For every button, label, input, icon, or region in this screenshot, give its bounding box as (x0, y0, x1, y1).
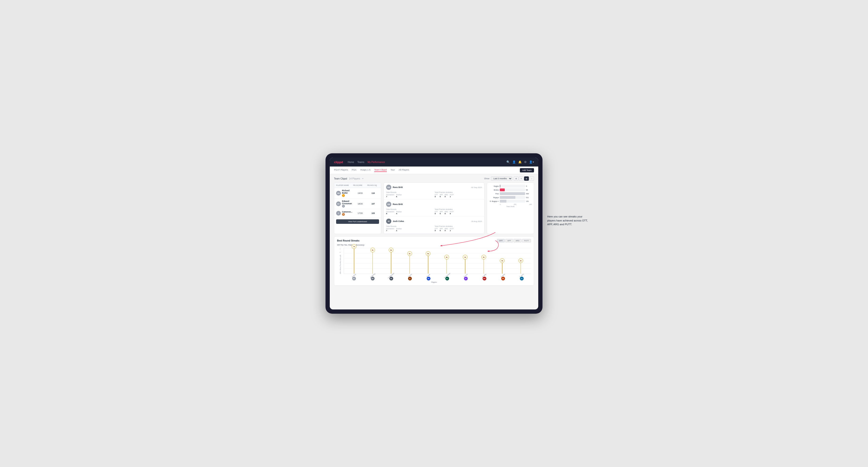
table-view-icon[interactable]: ↕ (529, 177, 534, 181)
app-label: APP (440, 194, 443, 195)
col-pb-avg: PB AVG SQ (367, 184, 379, 186)
streaks-title: Best Round Streaks (337, 239, 360, 242)
subnav-pgat[interactable]: PGAT Players (334, 168, 348, 172)
avatar-initials: RB (336, 191, 341, 195)
player-stats: Total Rounds Tournament 7 Practice (386, 191, 482, 198)
streak-bar-line (521, 263, 521, 274)
settings-icon[interactable]: ⚙ (524, 160, 527, 164)
streak-subtitle: Off The Tee, Fairway Accuracy (337, 244, 531, 246)
practice-values: OTT 0 APP 0 (435, 194, 482, 198)
show-label: Show (484, 177, 489, 180)
subnav-tour[interactable]: Tour (391, 168, 395, 172)
chart-inner: 7 6 5 4 3 2 1 0 (344, 248, 531, 281)
player-details: Cameron... 3 (342, 211, 352, 216)
streak-tab-app[interactable]: APP (505, 239, 513, 243)
avatar: C (336, 211, 341, 216)
streak-x-label-group: C. QuickCQ (512, 274, 531, 281)
grid-view-icon[interactable]: ⊞ (514, 177, 519, 181)
streak-tab-ott[interactable]: OTT (497, 239, 505, 243)
nav-home[interactable]: Home (348, 161, 354, 163)
streak-x-label-group: E. EbertEE (345, 274, 363, 281)
y-tick: 4 (340, 258, 340, 260)
player-name: Rees Britt (393, 186, 403, 188)
subnav-team-clippd[interactable]: Team Clippd (374, 168, 387, 172)
streak-column: 4x (474, 249, 493, 274)
bar-value: 131 (526, 200, 532, 202)
avatar: RB (336, 191, 341, 195)
practice-activities-stats: Total Practice Activities OTT 0 APP (435, 191, 482, 198)
avatar-initials: EC (336, 201, 341, 206)
add-team-button[interactable]: Add Team (520, 168, 534, 173)
subnav-pga[interactable]: PGA (352, 168, 356, 172)
nav-my-performance[interactable]: My Performance (368, 161, 385, 163)
arg-value: 0 (445, 195, 448, 198)
search-icon[interactable]: 🔍 (506, 160, 510, 164)
streak-x-label-group: B. McHergBM (363, 274, 382, 281)
round-date: 02 Sep 2023 (471, 186, 482, 188)
streak-bar-line (409, 256, 410, 274)
rounds-stats: Total Rounds Tournament 8 Practice (386, 208, 433, 215)
streaks-section: Best Round Streaks OTT APP ARG PUTT Off … (334, 236, 534, 286)
streak-columns: 7x6x6x5x5x4x4x4x3x3x (344, 248, 531, 274)
player-name: Josh Coles (393, 220, 404, 222)
tournament-value: 8 (386, 213, 394, 215)
annotation-container: Here you can see streaks your players ha… (547, 215, 590, 226)
bar-fill (500, 185, 500, 187)
streak-x-label-group: M. MillerMM (475, 274, 494, 281)
bar-chart-panel: Eagles 3 Birdies (487, 183, 534, 234)
bar-chart: Eagles 3 Birdies (489, 185, 532, 203)
player-card-header: JC Josh Coles 26 Aug 2023 (386, 219, 482, 224)
streak-dot: 6x (389, 248, 394, 252)
view-full-leaderboard-button[interactable]: View Full Leaderboard (336, 219, 379, 224)
rounds-values: Tournament 7 Practice 6 (386, 194, 433, 198)
bell-icon[interactable]: 🔔 (518, 160, 522, 164)
player-name: Cameron... (342, 211, 352, 213)
streak-tab-arg[interactable]: ARG (514, 239, 522, 243)
chart-row-bogeys: Bogeys 311 (489, 196, 532, 199)
bar-label: Pars (489, 193, 499, 195)
rank-badge: 3 (342, 213, 345, 216)
practice-label: Practice (396, 194, 401, 195)
edit-icon[interactable]: ✏ (362, 178, 364, 180)
streak-chart-container: Best Streak, Fairway Accuracy (337, 248, 531, 281)
streaks-header: Best Round Streaks OTT APP ARG PUTT (337, 239, 531, 243)
ott-value: 0 (435, 195, 438, 198)
rounds-values: Tournament 7 Practice 2 (386, 228, 433, 231)
practice-stat: Practice 6 (396, 194, 401, 198)
avatar: JC (386, 219, 391, 224)
bar-track (500, 200, 525, 203)
tournament-value: 7 (386, 195, 394, 198)
three-col-layout: PLAYER NAME PB SCORE PB AVG SQ RB (334, 183, 534, 234)
nav-teams[interactable]: Teams (357, 161, 364, 163)
arg-label: ARG (445, 194, 448, 195)
y-tick: 0 (340, 272, 340, 273)
subnav-hcaps[interactable]: Hcaps 1-5 (360, 168, 370, 172)
streak-bar-line (502, 263, 503, 274)
streak-bar-line (428, 256, 429, 274)
streak-dot: 4x (444, 255, 449, 259)
view-icons: ⊞ ≡ ▤ ↕ (514, 177, 534, 181)
leaderboard-header: PLAYER NAME PB SCORE PB AVG SQ (334, 183, 381, 188)
player-name: Rees Britt (393, 203, 403, 206)
profile-icon[interactable]: 👤 (512, 160, 516, 164)
streak-bar-line (372, 252, 373, 274)
date-filter-select[interactable]: Last 3 months (491, 177, 512, 181)
streak-subtitle-main: Off The Tee (337, 244, 347, 246)
pb-score: 18/20 (353, 203, 367, 205)
tournament-label: Tournament (386, 194, 394, 195)
subnav-all-players[interactable]: All Players (399, 168, 409, 172)
main-content: Team Clippd 14 Players ✏ Show Last 3 mon… (330, 174, 538, 309)
player-card-header: RB Rees Britt (386, 201, 482, 207)
bar-fill (500, 200, 506, 203)
list-view-icon[interactable]: ≡ (519, 177, 524, 181)
streak-dot: 4x (463, 255, 467, 259)
app-stat: APP 0 (440, 211, 443, 215)
user-menu-icon[interactable]: 👤▾ (529, 160, 534, 164)
pb-score: 17/20 (353, 212, 367, 214)
annotation-text: Here you can see streaks your players ha… (547, 215, 590, 226)
player-card-header: RB Rees Britt 02 Sep 2023 (386, 185, 482, 190)
card-view-icon[interactable]: ▤ (524, 177, 529, 181)
avatar-initials: C (336, 211, 341, 216)
ott-stat: OTT 0 (435, 194, 438, 198)
streak-tab-putt[interactable]: PUTT (522, 239, 531, 243)
